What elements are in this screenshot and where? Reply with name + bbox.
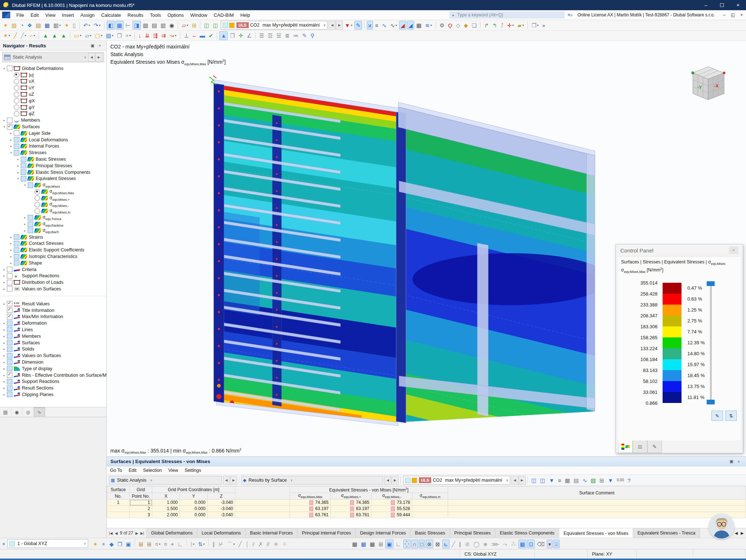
undo-icon[interactable]: ↶▾ [82,21,92,30]
table-menu-settings[interactable]: Settings [181,466,204,474]
sl-2-icon[interactable]: ∥ [457,540,463,548]
box-empty-icon[interactable]: □ [419,540,425,548]
checkbox-partial[interactable] [21,163,26,168]
results-by-combo-next[interactable]: ▶ [392,476,398,485]
tables-toggle-icon[interactable]: ▦ [115,21,123,30]
insert-polyline-icon[interactable]: ⌐▾ [28,31,37,40]
split-view-toggle-icon[interactable]: ⊢ [124,21,132,30]
radio-unselected[interactable] [14,111,19,117]
pin-red-icon[interactable]: ▾ [547,540,553,548]
table-next-button[interactable]: ▶ [136,531,138,535]
tree-item-support-reactions[interactable]: ▸▲Support Reactions [0,273,106,279]
tree-item-clipping-planes[interactable]: ▸Clipping Planes [0,391,106,398]
expander-icon[interactable]: ▸ [8,144,14,148]
loadcase-next-button[interactable]: ▶ [336,21,343,30]
insert-node-icon[interactable]: ✶▾ [2,31,12,40]
view-edit-icon[interactable]: ◆ [462,21,470,30]
checkbox-unchecked[interactable] [14,130,19,136]
radio-unselected[interactable] [14,98,19,103]
rotate-view-icon[interactable]: Ϙ [447,21,454,30]
values-xxx-icon[interactable]: ≡ [557,476,563,485]
checkbox-partial[interactable] [7,333,12,339]
copy-page-icon[interactable]: ▯ [71,21,77,30]
result-diagram-1-icon[interactable]: ∿ [381,21,388,30]
table-last-button[interactable]: ▶| [140,531,144,535]
result-beam-icon[interactable]: ▬ [198,31,207,40]
table-tab-global-deformations[interactable]: Global Deformations [147,528,197,538]
loadcase-prev-button[interactable]: ◀ [329,21,335,30]
fit-check-icon[interactable]: ✎ [301,31,309,40]
tree-item--eqv-mises--[interactable]: σeqv,Mises,- [0,201,106,208]
tree-item--eqv-mises[interactable]: ▾σeqv,Mises [0,182,106,188]
corner-icon[interactable]: ∟ [394,540,403,548]
checkbox-partial[interactable] [28,222,33,227]
align-5-icon[interactable]: ≔ [292,31,300,40]
tree-item-type-of-display[interactable]: ▸Type of display [0,365,106,372]
box-cross-icon[interactable]: ⊗ [426,540,433,548]
tree-item-surfaces[interactable]: ▾Surfaces [0,124,106,130]
tree-item-basic-stresses[interactable]: ▸Basic Stresses [0,156,106,162]
expander-icon[interactable]: ▾ [22,183,28,187]
view-multi-icon[interactable]: ❏ [470,21,478,30]
insert-line-type-icon[interactable]: ╱▾ [19,31,28,40]
results-by-combo[interactable]: ◆Results by Surface∨ [241,476,383,485]
radio-unselected[interactable] [14,92,19,97]
expander-icon[interactable]: ▸ [1,347,7,351]
table-tab-equivalent-stresses-von-mises[interactable]: Equivalent Stresses - von Mises [559,528,633,538]
model-settings-icon[interactable]: ❖ [26,21,34,30]
checkbox-partial[interactable] [14,247,19,253]
checkbox-partial[interactable] [14,150,19,156]
table-menu-go-to[interactable]: Go To [107,466,125,474]
grid-xx-icon[interactable]: ⌗ [162,540,168,548]
new-block-icon[interactable]: ❒ [115,31,123,40]
new-model-icon[interactable]: ✶ [2,21,9,30]
load-case-combo[interactable]: ULSCO2max My+předpětí maximální∨ [221,21,328,30]
checkbox-partial[interactable] [21,176,26,181]
tree-item-local-deformations[interactable]: ▸Local Deformations [0,137,106,143]
results-by-combo-prev[interactable]: ◀ [384,476,391,485]
support-line-icon[interactable]: ▲ [50,31,59,40]
checkbox-checked[interactable] [7,308,12,313]
load-node-icon[interactable]: ↓ [137,31,143,40]
diagram-view-icon[interactable]: ∿ [581,476,589,485]
mode-measure-icon[interactable]: ∠ [245,31,253,40]
checkbox-unchecked[interactable] [7,66,12,71]
result-xxx-icon[interactable]: ≡ [374,21,380,30]
navigation-cube[interactable]: -Y -X [686,62,730,106]
menu-tools[interactable]: Tools [146,10,164,20]
snap-edit-icon[interactable]: ✶ [100,540,107,548]
dlubal-sync-icon[interactable]: ◔ [19,21,25,30]
result-red-chart-icon[interactable]: ◢ [399,21,407,30]
tree-item-|u|[interactable]: |u| [0,72,106,78]
expander-icon[interactable]: ▸ [8,248,14,252]
expander-icon[interactable]: ▾ [1,67,7,70]
checkbox-partial[interactable] [21,169,26,175]
robot-arm-icon[interactable]: ⚙ [438,21,446,30]
checkbox-partial[interactable] [28,228,33,233]
align-1-icon[interactable]: ☰ [258,31,266,40]
checkbox-unchecked[interactable] [7,267,12,272]
radio-unselected[interactable] [35,202,40,207]
line-seg-icon[interactable]: ╱ [237,540,243,548]
new-page-icon[interactable]: ✶ [63,21,71,30]
open-model-icon[interactable]: ▨ [10,21,18,30]
redo-icon[interactable]: ↷▾ [92,21,102,30]
checkbox-partial[interactable] [14,144,19,149]
add-table-icon[interactable]: ⊞ [191,21,198,30]
control-panel-close-button[interactable]: × [729,247,738,254]
tree-item-support-reactions[interactable]: ▸Support Reactions [0,378,106,385]
relations-front-icon[interactable]: ◫ [203,21,211,30]
drop-icon[interactable]: ⚲ [309,31,316,40]
release-icon[interactable]: ⌣ [191,31,197,40]
expander-icon[interactable]: ▸ [22,229,28,232]
box-hatch-icon[interactable]: ⊠ [434,540,441,548]
table-prev-button[interactable]: ◀ [115,531,118,535]
expander-icon[interactable]: ▸ [1,118,7,122]
line-net-icon[interactable]: ❖ [272,540,280,548]
table-menu-selection[interactable]: Selection [140,466,165,474]
tree-item--eqv-mises-max[interactable]: σeqv,Mises,Max [0,188,106,195]
nav-tab-display[interactable]: ◉ [11,407,23,417]
tree-item--x[interactable]: φX [0,98,106,104]
checkbox-unchecked[interactable] [7,273,12,279]
tree-item-ribs---effective-contribution-on-surface[interactable]: ▸Ribs - Effective Contribution on Surfac… [0,372,106,379]
